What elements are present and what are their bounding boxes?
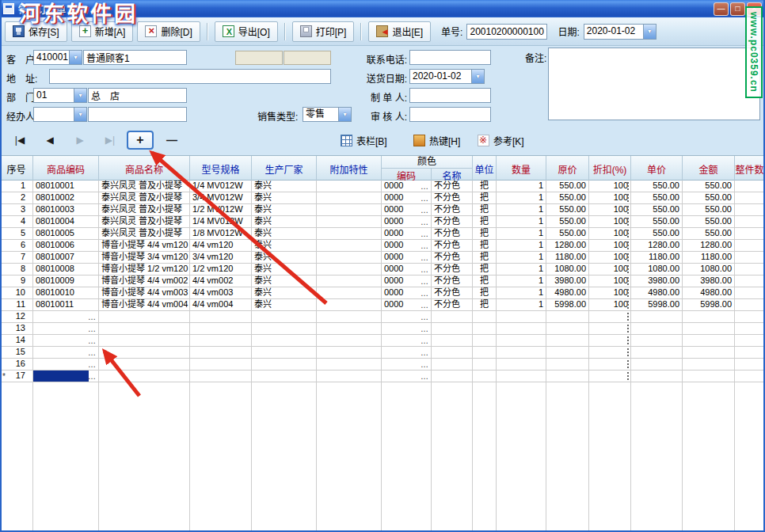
cell-whole[interactable] bbox=[735, 228, 765, 240]
cell-spec[interactable]: 1/2 vm120 bbox=[190, 264, 252, 276]
cell-whole[interactable] bbox=[735, 240, 765, 252]
cell-seq[interactable]: 8 bbox=[0, 264, 33, 276]
cell-extra[interactable] bbox=[317, 192, 382, 204]
cell-whole[interactable] bbox=[735, 204, 765, 216]
cell-amount[interactable] bbox=[683, 311, 735, 323]
column-header-unit_price[interactable]: 单价 bbox=[631, 156, 683, 181]
cell-factory[interactable] bbox=[252, 370, 317, 382]
cell-price[interactable]: 3980.00 bbox=[546, 276, 589, 287]
cell-discount[interactable]: 100 bbox=[589, 252, 631, 264]
cell-code[interactable]: 08010003 bbox=[33, 204, 99, 216]
column-header-amount[interactable]: 金额 bbox=[683, 156, 735, 181]
cell-seq[interactable]: 7 bbox=[0, 252, 33, 264]
cell-name[interactable]: 泰兴凤灵 普及小提琴 bbox=[99, 180, 190, 192]
cell-qty[interactable]: 1 bbox=[497, 287, 546, 299]
cell-qty[interactable]: 1 bbox=[497, 204, 546, 216]
cell-price[interactable]: 550.00 bbox=[546, 204, 589, 216]
cell-amount[interactable]: 1180.00 bbox=[683, 252, 735, 264]
cell-discount[interactable] bbox=[589, 370, 631, 382]
cell-discount[interactable]: 100 bbox=[589, 299, 631, 311]
cell-whole[interactable] bbox=[735, 276, 765, 287]
insert-row-button[interactable]: + bbox=[127, 131, 154, 150]
phone-input[interactable] bbox=[409, 50, 491, 65]
cell-factory[interactable]: 泰兴 bbox=[252, 204, 317, 216]
ellipsis-lookup-button[interactable]: … bbox=[88, 372, 97, 382]
cell-amount[interactable]: 550.00 bbox=[683, 204, 735, 216]
cell-color_code[interactable]: 0000… bbox=[382, 180, 432, 192]
column-header-price[interactable]: 原价 bbox=[546, 156, 589, 181]
cell-unit[interactable] bbox=[473, 335, 497, 347]
cell-price[interactable]: 5998.00 bbox=[546, 299, 589, 311]
cell-unit_price[interactable]: 5998.00 bbox=[631, 299, 683, 311]
cell-extra[interactable] bbox=[317, 299, 382, 311]
column-header-factory[interactable]: 生产厂家 bbox=[252, 156, 317, 181]
cell-seq[interactable]: 16 bbox=[0, 359, 33, 370]
cell-price[interactable]: 1180.00 bbox=[546, 252, 589, 264]
cell-amount[interactable] bbox=[683, 370, 735, 382]
cell-qty[interactable]: 1 bbox=[497, 299, 546, 311]
column-header-seq[interactable]: 序号 bbox=[0, 156, 33, 181]
column-header-discount[interactable]: 折扣(%) bbox=[589, 156, 631, 181]
cell-amount[interactable]: 1280.00 bbox=[683, 240, 735, 252]
cell-color_code[interactable]: 0000… bbox=[382, 299, 432, 311]
cell-price[interactable]: 550.00 bbox=[546, 216, 589, 228]
cell-color_name[interactable] bbox=[432, 335, 473, 347]
cell-whole[interactable] bbox=[735, 264, 765, 276]
cell-amount[interactable] bbox=[683, 323, 735, 335]
cell-seq[interactable]: 2 bbox=[0, 192, 33, 204]
cell-price[interactable]: 1280.00 bbox=[546, 240, 589, 252]
column-header-qty[interactable]: 数量 bbox=[497, 156, 546, 181]
cell-name[interactable]: 博音小提琴 3/4 vm120 bbox=[99, 252, 190, 264]
cell-spec[interactable] bbox=[190, 311, 252, 323]
cell-amount[interactable]: 1080.00 bbox=[683, 264, 735, 276]
cell-amount[interactable]: 5998.00 bbox=[683, 299, 735, 311]
cell-seq[interactable]: 6 bbox=[0, 240, 33, 252]
ellipsis-lookup-button[interactable]: … bbox=[421, 265, 429, 275]
save-button[interactable]: 保存[S] bbox=[5, 21, 67, 42]
ellipsis-lookup-button[interactable]: … bbox=[421, 360, 429, 370]
cell-unit[interactable] bbox=[473, 347, 497, 359]
cell-color_name[interactable]: 不分色 bbox=[432, 252, 473, 264]
minimize-icon[interactable]: — bbox=[714, 2, 729, 16]
cell-unit_price[interactable]: 550.00 bbox=[631, 216, 683, 228]
cell-unit[interactable]: 把 bbox=[473, 192, 497, 204]
cell-whole[interactable] bbox=[735, 370, 765, 382]
cell-seq[interactable]: 11 bbox=[0, 299, 33, 311]
cell-extra[interactable] bbox=[317, 335, 382, 347]
cell-spec[interactable] bbox=[190, 323, 252, 335]
cell-color_name[interactable]: 不分色 bbox=[432, 264, 473, 276]
operator-code-combo[interactable] bbox=[33, 107, 87, 122]
cell-qty[interactable]: 1 bbox=[497, 228, 546, 240]
close-icon[interactable]: × bbox=[747, 2, 762, 16]
cell-seq[interactable]: 9 bbox=[0, 276, 33, 287]
cell-discount[interactable]: 100 bbox=[589, 180, 631, 192]
cell-whole[interactable] bbox=[735, 216, 765, 228]
cell-unit[interactable]: 把 bbox=[473, 252, 497, 264]
delivery-date-dropdown[interactable]: 2020-01-02 bbox=[409, 69, 485, 84]
cell-color_name[interactable]: 不分色 bbox=[432, 287, 473, 299]
cell-seq[interactable]: 14 bbox=[0, 335, 33, 347]
cell-unit[interactable]: 把 bbox=[473, 240, 497, 252]
cell-price[interactable]: 4980.00 bbox=[546, 287, 589, 299]
cell-unit_price[interactable] bbox=[631, 323, 683, 335]
cell-spec[interactable]: 4/4 vm003 bbox=[190, 287, 252, 299]
ellipsis-lookup-button[interactable]: … bbox=[421, 336, 429, 346]
cell-price[interactable] bbox=[546, 311, 589, 323]
cell-factory[interactable]: 泰兴 bbox=[252, 264, 317, 276]
cell-discount[interactable]: 100 bbox=[589, 216, 631, 228]
cell-factory[interactable]: 泰兴 bbox=[252, 252, 317, 264]
cell-unit_price[interactable] bbox=[631, 311, 683, 323]
cell-unit_price[interactable] bbox=[631, 359, 683, 370]
cell-seq[interactable]: 5 bbox=[0, 228, 33, 240]
address-input[interactable] bbox=[49, 69, 331, 84]
cell-unit[interactable]: 把 bbox=[473, 276, 497, 287]
order-no-input[interactable] bbox=[466, 24, 547, 40]
cell-qty[interactable]: 1 bbox=[497, 240, 546, 252]
cell-name[interactable] bbox=[99, 323, 190, 335]
cell-extra[interactable] bbox=[317, 276, 382, 287]
cell-name[interactable]: 泰兴凤灵 普及小提琴 bbox=[99, 192, 190, 204]
cell-unit_price[interactable]: 4980.00 bbox=[631, 287, 683, 299]
cell-price[interactable]: 550.00 bbox=[546, 180, 589, 192]
cell-extra[interactable] bbox=[317, 311, 382, 323]
ellipsis-lookup-button[interactable]: … bbox=[88, 336, 97, 346]
